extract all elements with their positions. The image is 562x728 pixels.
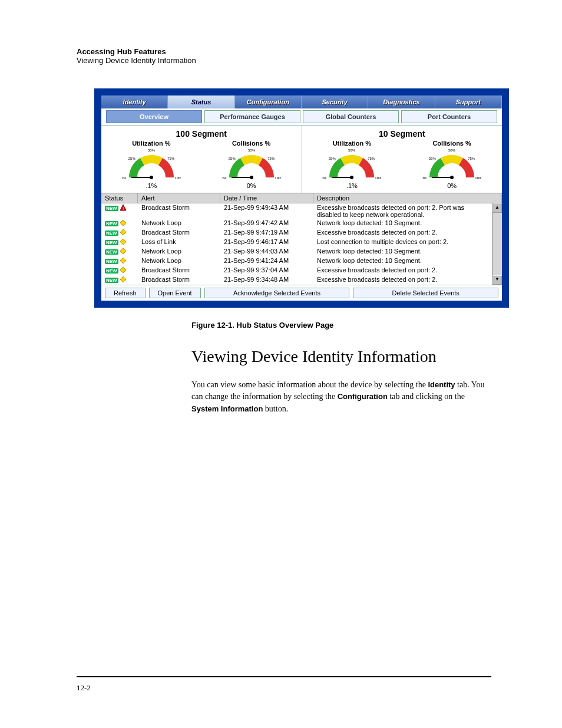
cell-alert: Broadcast Storm xyxy=(138,204,220,211)
warning-icon xyxy=(120,229,127,237)
header-description[interactable]: Description xyxy=(313,193,502,203)
svg-text:50%: 50% xyxy=(148,149,156,152)
scroll-down-icon[interactable]: ▼ xyxy=(492,275,502,285)
gauge-value: .1% xyxy=(306,182,399,189)
gauge-collisions-: Collisions %0%25%50%75%100%0% xyxy=(201,140,302,192)
header-subtitle: Viewing Device Identity Information xyxy=(77,56,491,65)
svg-text:50%: 50% xyxy=(348,149,356,152)
cell-description: Network loop detected: 10 Segment. xyxy=(313,248,492,255)
header-date[interactable]: Date / Time xyxy=(220,193,313,203)
svg-text:25%: 25% xyxy=(329,157,336,160)
cell-description: Network loop detected: 10 Segment. xyxy=(313,219,492,226)
main-tab-status[interactable]: Status xyxy=(168,95,234,108)
header-alert[interactable]: Alert xyxy=(138,193,220,203)
delete-events-button[interactable]: Delete Selected Events xyxy=(353,288,498,298)
main-tab-bar: IdentityStatusConfigurationSecurityDiagn… xyxy=(101,95,502,108)
table-row[interactable]: NEW!Broadcast Storm21-Sep-99 9:49:43 AME… xyxy=(101,203,492,219)
cell-description: Excessive broadcasts detected on port: 2… xyxy=(313,204,492,218)
cell-description: Excessive broadcasts detected on port: 2… xyxy=(313,276,492,283)
main-tab-support[interactable]: Support xyxy=(435,95,502,108)
svg-point-13 xyxy=(250,176,253,179)
svg-text:50%: 50% xyxy=(448,149,456,152)
scroll-track[interactable] xyxy=(492,213,502,275)
table-row[interactable]: NEWLoss of Link21-Sep-99 9:46:17 AMLost … xyxy=(101,238,492,247)
cell-alert: Broadcast Storm xyxy=(138,276,220,283)
cell-description: Excessive broadcasts detected on port: 2… xyxy=(313,266,492,274)
table-row[interactable]: NEWNetwork Loop21-Sep-99 9:47:42 AMNetwo… xyxy=(101,219,492,228)
table-row[interactable]: NEWBroadcast Storm21-Sep-99 9:47:19 AMEx… xyxy=(101,228,492,238)
gauge-utilization-: Utilization %0%25%50%75%100%.1% xyxy=(101,140,201,192)
gauge-label: Utilization % xyxy=(105,140,198,147)
gauge-area: 100 SegmentUtilization %0%25%50%75%100%.… xyxy=(101,125,502,193)
sub-tab-global-counters[interactable]: Global Counters xyxy=(303,110,399,123)
new-badge: NEW xyxy=(105,249,118,255)
body-text-1: You can view some basic information abou… xyxy=(191,380,428,389)
scroll-up-icon[interactable]: ▲ xyxy=(492,203,502,213)
section-title: Viewing Device Identity Information xyxy=(191,347,491,366)
table-row[interactable]: NEWNetwork Loop21-Sep-99 9:44:03 AMNetwo… xyxy=(101,247,492,256)
svg-text:0%: 0% xyxy=(422,176,427,180)
open-event-button[interactable]: Open Event xyxy=(149,288,201,298)
new-badge: NEW xyxy=(105,268,118,274)
svg-text:100%: 100% xyxy=(275,176,281,180)
body-text-4: button. xyxy=(263,404,288,413)
critical-icon: ! xyxy=(120,204,127,212)
header-status[interactable]: Status xyxy=(101,193,138,203)
refresh-button[interactable]: Refresh xyxy=(105,288,146,298)
sub-tab-performance-gauges[interactable]: Performance Gauges xyxy=(204,110,300,123)
cell-alert: Network Loop xyxy=(138,219,220,226)
warning-icon xyxy=(120,238,127,246)
cell-alert: Network Loop xyxy=(138,257,220,264)
alert-table-header: Status Alert Date / Time Description xyxy=(101,193,502,203)
segment-10-segment: 10 SegmentUtilization %0%25%50%75%100%.1… xyxy=(302,126,503,193)
gauge-utilization-: Utilization %0%25%50%75%100%.1% xyxy=(302,140,402,192)
new-badge: NEW xyxy=(105,206,118,211)
cell-description: Network loop detected: 10 Segment. xyxy=(313,257,492,264)
page-number: 12-2 xyxy=(77,683,91,692)
main-tab-configuration[interactable]: Configuration xyxy=(235,95,302,108)
table-row[interactable]: NEWBroadcast Storm21-Sep-99 9:34:48 AMEx… xyxy=(101,275,492,285)
new-badge: NEW xyxy=(105,221,118,226)
svg-text:!: ! xyxy=(123,206,124,211)
main-tab-diagnostics[interactable]: Diagnostics xyxy=(368,95,435,108)
hub-status-screenshot: IdentityStatusConfigurationSecurityDiagn… xyxy=(94,88,509,308)
acknowledge-button[interactable]: Acknowledge Selected Events xyxy=(204,288,350,298)
svg-text:0%: 0% xyxy=(322,176,327,180)
new-badge: NEW xyxy=(105,240,118,245)
cell-alert: Network Loop xyxy=(138,248,220,255)
new-badge: NEW xyxy=(105,259,118,264)
svg-text:0%: 0% xyxy=(222,176,227,180)
cell-date: 21-Sep-99 9:47:42 AM xyxy=(220,219,313,226)
new-badge: NEW xyxy=(105,278,118,283)
main-tab-security[interactable]: Security xyxy=(302,95,368,108)
gauge-value: 0% xyxy=(405,182,498,189)
page-footer: 12-2 xyxy=(77,676,491,693)
svg-point-27 xyxy=(450,176,454,179)
svg-text:25%: 25% xyxy=(429,157,437,160)
table-row[interactable]: NEWBroadcast Storm21-Sep-99 9:37:04 AMEx… xyxy=(101,266,492,275)
cell-date: 21-Sep-99 9:37:04 AM xyxy=(220,266,313,274)
cell-date: 21-Sep-99 9:46:17 AM xyxy=(220,238,313,245)
segment-title: 10 Segment xyxy=(302,129,503,139)
svg-marker-34 xyxy=(120,258,126,263)
warning-icon xyxy=(120,248,127,256)
gauge-collisions-: Collisions %0%25%50%75%100%0% xyxy=(402,140,502,192)
main-tab-identity[interactable]: Identity xyxy=(101,95,168,108)
gauge-value: 0% xyxy=(205,182,298,189)
sub-tab-overview[interactable]: Overview xyxy=(106,110,202,123)
table-row[interactable]: NEWNetwork Loop21-Sep-99 9:41:24 AMNetwo… xyxy=(101,256,492,266)
gauge-value: .1% xyxy=(105,182,198,189)
svg-text:75%: 75% xyxy=(267,157,275,160)
sub-tab-port-counters[interactable]: Port Counters xyxy=(401,110,497,123)
scrollbar[interactable]: ▲ ▼ xyxy=(492,203,502,285)
warning-icon xyxy=(120,219,127,228)
svg-marker-35 xyxy=(120,267,126,273)
cell-alert: Broadcast Storm xyxy=(138,266,220,274)
svg-marker-33 xyxy=(120,248,126,254)
action-button-row: Refresh Open Event Acknowledge Selected … xyxy=(101,285,502,301)
gauge-label: Utilization % xyxy=(306,140,399,147)
cell-date: 21-Sep-99 9:47:19 AM xyxy=(220,229,313,236)
cell-description: Excessive broadcasts detected on port: 2… xyxy=(313,229,492,236)
alert-table-body: NEW!Broadcast Storm21-Sep-99 9:49:43 AME… xyxy=(101,203,502,285)
page-header: Accessing Hub Features Viewing Device Id… xyxy=(77,47,491,65)
